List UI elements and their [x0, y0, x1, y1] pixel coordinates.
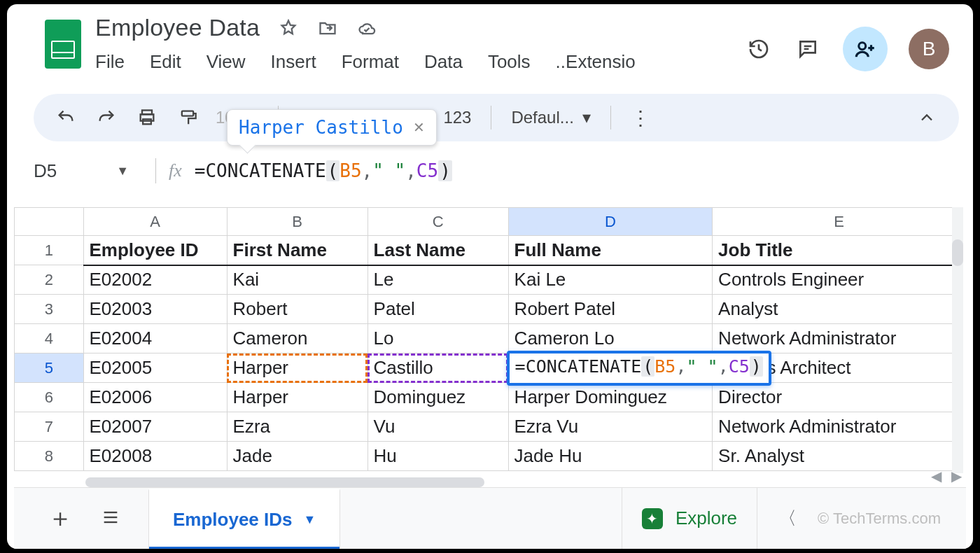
- cell-ref-B5[interactable]: Harper: [227, 354, 368, 383]
- menu-file[interactable]: File: [95, 51, 125, 73]
- sheet-tab[interactable]: Employee IDs ▼: [148, 489, 340, 549]
- add-sheet-button[interactable]: ＋: [48, 501, 73, 536]
- cell[interactable]: Sr. Analyst: [713, 442, 959, 471]
- cell[interactable]: Jade: [227, 442, 368, 471]
- format-number-dropdown[interactable]: 123: [443, 108, 471, 127]
- cell[interactable]: Harper: [227, 383, 368, 412]
- menu-view[interactable]: View: [206, 51, 246, 73]
- all-sheets-button[interactable]: [101, 507, 120, 530]
- select-all-corner[interactable]: [15, 208, 84, 236]
- menu-format[interactable]: Format: [342, 51, 399, 73]
- col-header-A[interactable]: A: [83, 208, 227, 236]
- cloud-status-icon[interactable]: [356, 18, 377, 38]
- cell[interactable]: Vu: [368, 412, 508, 442]
- menu-extensions[interactable]: ..Extensio: [556, 51, 636, 73]
- formula-bar[interactable]: =CONCATENATE(B5," ",C5): [195, 160, 452, 181]
- menu-data[interactable]: Data: [424, 51, 463, 73]
- col-header-B[interactable]: B: [227, 208, 368, 236]
- cell[interactable]: Harper Dominguez: [508, 383, 713, 412]
- cell[interactable]: Robert Patel: [508, 295, 713, 324]
- toolbar: 100% $ % .0← .00→ 123 Defaul... ▾ ⋮ Harp…: [34, 94, 959, 141]
- sheet-nav-arrows[interactable]: ◀▶: [931, 468, 962, 484]
- name-box[interactable]: D5 ▼: [34, 160, 143, 182]
- formula-result-preview: Harper Castillo ✕: [227, 109, 437, 146]
- caret-down-icon: ▼: [304, 512, 316, 527]
- cell[interactable]: Patel: [368, 295, 508, 324]
- cell[interactable]: E02004: [83, 324, 227, 354]
- cell[interactable]: Cameron Lo: [508, 324, 713, 354]
- menu-insert[interactable]: Insert: [271, 51, 316, 73]
- caret-down-icon: ▼: [116, 164, 129, 178]
- spreadsheet-grid[interactable]: A B C D E 1 Employee ID First Name Last …: [14, 207, 959, 471]
- cell[interactable]: Robert: [227, 295, 368, 324]
- cell[interactable]: Network Administrator: [713, 324, 959, 354]
- cell[interactable]: Cameron: [227, 324, 368, 354]
- document-title[interactable]: Employee Data: [95, 14, 260, 41]
- caret-down-icon: ▾: [582, 108, 591, 127]
- toolbar-overflow-button[interactable]: ⋮: [631, 106, 650, 130]
- account-avatar[interactable]: B: [909, 29, 949, 69]
- svg-rect-4: [182, 111, 193, 116]
- cell[interactable]: E02007: [83, 412, 227, 442]
- row-header-6[interactable]: 6: [15, 383, 84, 412]
- cell[interactable]: Controls Engineer: [713, 265, 959, 295]
- col-header-E[interactable]: E: [713, 208, 959, 236]
- cell[interactable]: Hu: [368, 442, 508, 471]
- vertical-scrollbar-thumb[interactable]: [952, 239, 963, 266]
- fx-icon: fx: [169, 160, 182, 181]
- cell[interactable]: Le: [368, 265, 508, 295]
- cell[interactable]: First Name: [227, 236, 368, 265]
- row-header-4[interactable]: 4: [15, 324, 84, 354]
- cell[interactable]: Jade Hu: [508, 442, 713, 471]
- col-header-C[interactable]: C: [368, 208, 508, 236]
- active-cell-D5[interactable]: =CONCATENATE(B5," ",C5): [508, 354, 713, 383]
- row-header-2[interactable]: 2: [15, 265, 84, 295]
- share-button[interactable]: [843, 27, 888, 71]
- sparkle-icon: ✦: [642, 508, 663, 529]
- chevron-left-icon[interactable]: 〈: [778, 506, 797, 531]
- star-icon[interactable]: [278, 18, 299, 38]
- col-header-D[interactable]: D: [508, 208, 713, 236]
- row-header-7[interactable]: 7: [15, 412, 84, 442]
- cell[interactable]: Full Name: [508, 236, 713, 265]
- redo-button[interactable]: [94, 105, 119, 130]
- cell[interactable]: Job Title: [713, 236, 959, 265]
- font-family-dropdown[interactable]: Defaul... ▾: [511, 108, 590, 127]
- cell[interactable]: E02003: [83, 295, 227, 324]
- print-button[interactable]: [134, 105, 160, 130]
- cell[interactable]: Analyst: [713, 295, 959, 324]
- row-header-1[interactable]: 1: [15, 236, 84, 265]
- cell[interactable]: Last Name: [368, 236, 508, 265]
- cell-ref-C5[interactable]: Castillo: [368, 354, 508, 383]
- version-history-icon[interactable]: [745, 35, 773, 63]
- cell[interactable]: Ezra: [227, 412, 368, 442]
- svg-point-0: [859, 43, 866, 50]
- cell[interactable]: Employee ID: [83, 236, 227, 265]
- explore-button[interactable]: ✦ Explore: [622, 488, 757, 549]
- comments-icon[interactable]: [794, 35, 822, 63]
- cell[interactable]: Director: [713, 383, 959, 412]
- horizontal-scrollbar[interactable]: [85, 477, 484, 487]
- sheets-logo-icon: [45, 20, 81, 69]
- credit-label: © TechTerms.com: [818, 510, 941, 528]
- cell[interactable]: Kai: [227, 265, 368, 295]
- row-header-5[interactable]: 5: [15, 354, 84, 383]
- menu-tools[interactable]: Tools: [488, 51, 531, 73]
- paint-format-button[interactable]: [175, 105, 200, 130]
- cell[interactable]: Ezra Vu: [508, 412, 713, 442]
- cell[interactable]: Dominguez: [368, 383, 508, 412]
- cell[interactable]: Lo: [368, 324, 508, 354]
- cell[interactable]: E02002: [83, 265, 227, 295]
- cell[interactable]: E02006: [83, 383, 227, 412]
- collapse-toolbar-button[interactable]: [914, 105, 939, 130]
- close-icon[interactable]: ✕: [413, 119, 425, 136]
- row-header-8[interactable]: 8: [15, 442, 84, 471]
- cell[interactable]: E02008: [83, 442, 227, 471]
- cell[interactable]: Kai Le: [508, 265, 713, 295]
- menu-edit[interactable]: Edit: [150, 51, 181, 73]
- undo-button[interactable]: [53, 105, 78, 130]
- cell[interactable]: Network Administrator: [713, 412, 959, 442]
- cell[interactable]: E02005: [83, 354, 227, 383]
- row-header-3[interactable]: 3: [15, 295, 84, 324]
- move-folder-icon[interactable]: [317, 18, 338, 38]
